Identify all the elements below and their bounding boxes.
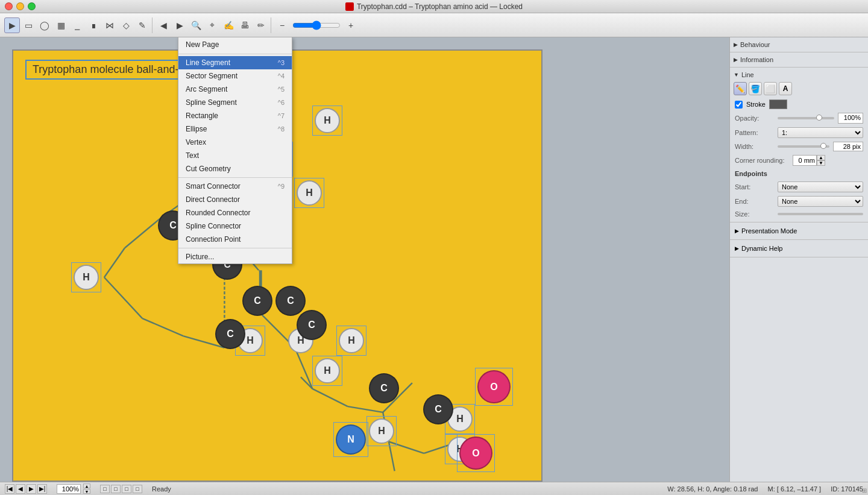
menu-rectangle[interactable]: Rectangle ^7 [178, 109, 292, 122]
minimize-button[interactable] [16, 2, 24, 10]
zoom-in-btn[interactable]: 🔍 [188, 17, 204, 33]
zoom-down-btn[interactable]: ▼ [83, 489, 90, 494]
menu-smart-connector[interactable]: Smart Connector ^9 [178, 180, 292, 193]
page-btn-4[interactable]: □ [133, 485, 142, 493]
next-page-btn[interactable]: ▶ [27, 484, 36, 494]
main-layout: Tryptophan molecule ball-and-stick model [0, 37, 868, 482]
atom-box-o2 [457, 434, 495, 472]
stroke-checkbox[interactable] [735, 101, 743, 109]
menu-line-segment[interactable]: Line Segment ^3 [178, 56, 292, 69]
status-mouse: M: [ 6.12, –11.47 ] [768, 485, 822, 493]
menu-vertex[interactable]: Vertex [178, 136, 292, 149]
canvas-area[interactable]: Tryptophan molecule ball-and-stick model [0, 37, 729, 482]
pattern-select[interactable]: 1: [778, 127, 863, 138]
menu-spline-segment[interactable]: Spline Segment ^6 [178, 96, 292, 109]
zoom-stepper: ▲ ▼ [83, 484, 90, 494]
corner-stepper-buttons: ▲ ▼ [817, 155, 825, 166]
zoom-group: − + [272, 17, 360, 33]
menu-ellipse[interactable]: Ellipse ^8 [178, 122, 292, 136]
page-btn-1[interactable]: □ [100, 485, 110, 493]
zoom-input[interactable] [57, 484, 81, 494]
table-tool[interactable]: ▦ [53, 17, 69, 33]
zoom-up-btn[interactable]: ▲ [83, 484, 90, 488]
menu-text[interactable]: Text [178, 149, 292, 162]
prev-page-btn[interactable]: ◀ [16, 484, 25, 494]
print-btn[interactable]: 🖶 [237, 17, 253, 33]
forward-btn[interactable]: ▶ [172, 17, 187, 33]
zoom-slider[interactable] [292, 20, 341, 30]
menu-new-page[interactable]: New Page [178, 37, 292, 52]
menu-spline-connector[interactable]: Spline Connector [178, 219, 292, 233]
pan-btn[interactable]: ✍ [221, 17, 236, 33]
app-icon [345, 2, 354, 11]
chevron-right-icon-4: ▶ [735, 245, 739, 251]
stroke-color-swatch[interactable] [769, 99, 787, 109]
tool-group-nav: ◀ ▶ 🔍 ⌖ ✍ 🖶 ✏ [154, 17, 271, 33]
chevron-right-icon-3: ▶ [735, 228, 739, 234]
presentation-mode-header[interactable]: ▶ Presentation Mode [730, 225, 868, 237]
atom-c10: C [423, 394, 453, 424]
status-dimensions: W: 28.56, H: 0, Angle: 0.18 rad [667, 485, 758, 493]
pen-tool[interactable]: ✎ [134, 17, 150, 33]
draw-btn[interactable]: ✏ [253, 17, 269, 33]
connect3-tool[interactable]: ⋈ [102, 17, 118, 33]
window-controls[interactable] [5, 2, 36, 10]
resize-handle[interactable]: ⊞ [862, 487, 867, 494]
corner-input[interactable] [793, 155, 817, 166]
menu-sector-segment[interactable]: Sector Segment ^4 [178, 69, 292, 83]
svg-line-6 [104, 277, 142, 318]
menu-separator-3 [178, 248, 292, 248]
panel-presentation: ▶ Presentation Mode [730, 222, 868, 240]
information-header[interactable]: ▶ Information [730, 55, 868, 65]
width-row: Width: 28 pix [730, 140, 868, 153]
chevron-right-icon-2: ▶ [734, 57, 738, 63]
opacity-value: 100% [838, 113, 863, 124]
width-slider[interactable] [778, 145, 829, 148]
menu-rounded-connector[interactable]: Rounded Connector [178, 206, 292, 219]
start-row: Start: None [730, 180, 868, 194]
line-text-icon[interactable]: A [779, 82, 792, 95]
start-select[interactable]: None [778, 181, 863, 192]
corner-down-btn[interactable]: ▼ [817, 160, 825, 166]
line-rect-icon[interactable]: ⬜ [764, 82, 777, 95]
line-pencil-icon[interactable]: ✏️ [734, 82, 747, 95]
maximize-button[interactable] [28, 2, 36, 10]
opacity-row: Opacity: 100% [730, 111, 868, 125]
page-btn-3[interactable]: □ [122, 485, 131, 493]
menu-connection-point[interactable]: Connection Point [178, 233, 292, 246]
svg-line-20 [301, 377, 312, 388]
last-page-btn[interactable]: ▶| [37, 484, 47, 494]
menu-direct-connector[interactable]: Direct Connector [178, 193, 292, 206]
window-title: Tryptophan.cdd – Tryptophan amino acid —… [345, 2, 523, 11]
page-btn-2[interactable]: □ [111, 485, 121, 493]
panel-behaviour: ▶ Behaviour [730, 37, 868, 52]
close-button[interactable] [5, 2, 13, 10]
zoom-fit-btn[interactable]: ⌖ [204, 17, 220, 33]
opacity-slider[interactable] [778, 117, 834, 119]
chevron-right-icon: ▶ [734, 42, 738, 48]
select-tool[interactable]: ▶ [4, 17, 20, 33]
svg-line-12 [295, 348, 312, 389]
svg-line-13 [312, 389, 347, 406]
ellipse-tool[interactable]: ◯ [37, 17, 52, 33]
zoom-out-btn[interactable]: − [274, 17, 290, 33]
menu-arc-segment[interactable]: Arc Segment ^5 [178, 83, 292, 96]
svg-line-4 [125, 219, 160, 248]
end-select[interactable]: None [778, 196, 863, 207]
connect4-tool[interactable]: ◇ [118, 17, 134, 33]
dynamic-help-header[interactable]: ▶ Dynamic Help [730, 242, 868, 254]
line-header[interactable]: ▼ Line [730, 70, 868, 80]
tool-group-select: ▶ ▭ ◯ ▦ ⎯ ∎ ⋈ ◇ ✎ [2, 17, 153, 33]
back-btn[interactable]: ◀ [156, 17, 171, 33]
connect2-tool[interactable]: ∎ [86, 17, 101, 33]
menu-cut-geometry[interactable]: Cut Geometry [178, 162, 292, 175]
size-slider[interactable] [778, 213, 863, 215]
first-page-btn[interactable]: |◀ [5, 484, 14, 494]
menu-picture[interactable]: Picture... [178, 250, 292, 263]
connect1-tool[interactable]: ⎯ [69, 17, 85, 33]
line-paint-icon[interactable]: 🪣 [749, 82, 762, 95]
corner-up-btn[interactable]: ▲ [817, 155, 825, 160]
rect-tool[interactable]: ▭ [20, 17, 36, 33]
behaviour-header[interactable]: ▶ Behaviour [730, 40, 868, 49]
zoom-in-mag-btn[interactable]: + [343, 17, 359, 33]
